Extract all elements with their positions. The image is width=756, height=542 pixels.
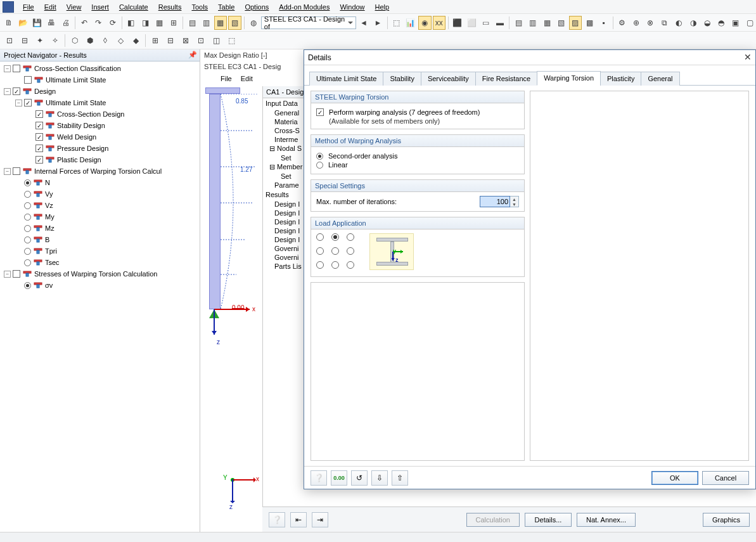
spinner-buttons[interactable]: ▲▼ <box>510 196 519 207</box>
tb-icon[interactable]: ⊟ <box>163 34 177 48</box>
checkbox-icon[interactable] <box>35 156 43 164</box>
spin-up-icon[interactable]: ▲ <box>510 197 518 202</box>
tb-icon[interactable]: ▪ <box>597 16 610 30</box>
radio-icon[interactable] <box>24 236 31 243</box>
reset-icon[interactable]: ↺ <box>351 470 368 486</box>
radio-icon[interactable] <box>24 214 31 221</box>
tb-print-icon[interactable]: 🖨 <box>59 16 72 30</box>
iterations-input[interactable] <box>480 196 510 207</box>
radio-icon[interactable] <box>24 282 31 289</box>
checkbox-icon[interactable] <box>24 99 32 106</box>
tb-icon[interactable]: xx <box>433 16 445 30</box>
tree-row[interactable]: −Stresses of Warping Torsion Calculation <box>1 268 200 280</box>
tb-icon[interactable]: ⊠ <box>179 34 193 48</box>
radio-icon[interactable] <box>316 153 323 160</box>
checkbox-icon[interactable] <box>13 270 20 278</box>
tb-icon[interactable]: ▥ <box>527 16 539 30</box>
radio-icon[interactable] <box>316 162 323 169</box>
load-position-radio[interactable] <box>331 261 339 269</box>
tb-icon[interactable]: ⊗ <box>644 16 657 30</box>
checkbox-icon[interactable] <box>13 87 20 95</box>
load-position-radio[interactable] <box>331 233 339 241</box>
gmenu-file[interactable]: File <box>217 74 236 84</box>
tree-row[interactable]: Pressure Design <box>1 143 200 154</box>
checkbox-icon[interactable] <box>35 145 43 152</box>
toolbar-case-combo[interactable]: STEEL EC3 CA1 - Design of <box>261 16 356 29</box>
tb-icon[interactable]: ◑ <box>686 16 699 30</box>
help-icon[interactable]: ❔ <box>269 512 285 527</box>
checkbox-icon[interactable] <box>316 108 324 116</box>
collapse-icon[interactable]: − <box>4 88 11 95</box>
tb-icon[interactable]: ◒ <box>701 16 714 30</box>
ok-button[interactable]: OK <box>651 471 698 485</box>
tb-icon[interactable]: ◆ <box>129 34 143 48</box>
radio-linear[interactable]: Linear <box>316 161 519 169</box>
menu-results[interactable]: Results <box>153 2 187 12</box>
load-position-radio[interactable] <box>316 247 324 255</box>
checkbox-icon[interactable] <box>35 133 43 141</box>
spin-down-icon[interactable]: ▼ <box>510 202 518 207</box>
tb-icon[interactable]: ▣ <box>729 16 741 30</box>
collapse-icon[interactable]: − <box>4 271 11 278</box>
calculation-button[interactable]: Calculation <box>466 513 520 527</box>
tb-icon[interactable]: ⊞ <box>148 34 162 48</box>
tree-row[interactable]: My <box>1 211 200 223</box>
tree-row[interactable]: Tsec <box>1 257 200 268</box>
tb-icon[interactable]: ⊞ <box>167 16 180 30</box>
collapse-icon[interactable]: − <box>4 65 11 72</box>
tb-icon[interactable]: ⬚ <box>390 16 402 30</box>
tb-icon[interactable]: ⊕ <box>630 16 643 30</box>
results-tree[interactable]: −Cross-Section ClassificationUltimate Li… <box>0 61 200 542</box>
tb-icon[interactable]: ⊟ <box>18 34 32 48</box>
checkbox-icon[interactable] <box>35 110 43 118</box>
tb-open-icon[interactable]: 📂 <box>16 16 29 30</box>
tab-general[interactable]: General <box>641 72 679 86</box>
tree-row[interactable]: Plastic Design <box>1 154 200 165</box>
tb-icon[interactable]: ⊡ <box>194 34 208 48</box>
load-position-grid[interactable] <box>316 233 358 273</box>
tb-icon[interactable]: ⬜ <box>465 16 478 30</box>
tb-icon[interactable]: ▥ <box>200 16 212 30</box>
menu-window[interactable]: Window <box>335 2 369 12</box>
tab-uls[interactable]: Ultimate Limit State <box>309 72 383 86</box>
radio-icon[interactable] <box>24 191 31 198</box>
close-icon[interactable]: ✕ <box>744 52 752 62</box>
tab-stability[interactable]: Stability <box>383 72 421 86</box>
menu-help[interactable]: Help <box>370 2 395 12</box>
tree-row[interactable]: Vy <box>1 188 200 200</box>
tb-icon[interactable]: ◍ <box>247 16 259 30</box>
load-position-radio[interactable] <box>347 261 354 269</box>
tree-row[interactable]: −Ultimate Limit State <box>1 97 200 108</box>
menu-table[interactable]: Table <box>213 2 240 12</box>
tb-icon[interactable]: ✧ <box>48 34 62 48</box>
tb-icon[interactable]: ▤ <box>512 16 525 30</box>
tb-icon[interactable]: ⬛ <box>451 16 464 30</box>
tb-new-icon[interactable]: 🗎 <box>3 16 15 30</box>
collapse-icon[interactable]: − <box>4 168 11 175</box>
tree-row[interactable]: B <box>1 234 200 245</box>
tb-icon[interactable]: ▦ <box>153 16 165 30</box>
menu-file[interactable]: File <box>18 2 39 12</box>
pin-icon[interactable]: 📌 <box>188 51 197 59</box>
graphics-button[interactable]: Graphics <box>703 513 750 527</box>
tb-icon[interactable]: ⬚ <box>224 34 238 48</box>
tb-icon[interactable]: ▧ <box>554 16 567 30</box>
tb-icon[interactable]: ◉ <box>418 16 431 30</box>
help-icon[interactable]: ❔ <box>311 470 327 486</box>
tb-icon[interactable]: 📊 <box>404 16 417 30</box>
tab-serviceability[interactable]: Serviceability <box>421 72 476 86</box>
tb-icon[interactable]: ▧ <box>228 16 241 30</box>
tb-icon[interactable]: ◓ <box>715 16 727 30</box>
tb-icon[interactable]: ▦ <box>214 16 227 30</box>
tb-icon[interactable]: ⬡ <box>68 34 82 48</box>
menu-insert[interactable]: Insert <box>86 2 114 12</box>
checkbox-icon[interactable] <box>35 122 43 129</box>
load-position-radio[interactable] <box>347 233 354 241</box>
checkbox-perform-warping[interactable]: Perform warping analysis (7 degrees of f… <box>316 108 519 116</box>
tb-undo-icon[interactable]: ↶ <box>78 16 91 30</box>
tb-icon[interactable]: ⧉ <box>658 16 671 30</box>
checkbox-icon[interactable] <box>13 65 20 72</box>
radio-icon[interactable] <box>24 248 31 255</box>
tree-row[interactable]: Ultimate Limit State <box>1 74 200 86</box>
tab-fire[interactable]: Fire Resistance <box>475 72 537 86</box>
